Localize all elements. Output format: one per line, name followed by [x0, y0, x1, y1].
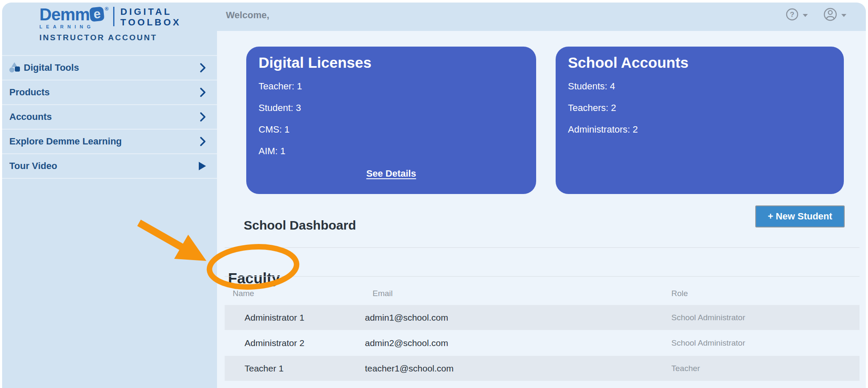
- sidebar-item-label: Products: [9, 87, 50, 98]
- sidebar-item-tour-video[interactable]: Tour Video: [2, 153, 217, 179]
- card-title: Digital Licenses: [259, 54, 371, 71]
- app-window: Demme® LEARNING DIGITAL TOOLBOX INSTRUCT…: [2, 3, 866, 388]
- column-header-email: Email: [373, 289, 671, 298]
- card-title: School Accounts: [568, 54, 689, 71]
- demme-e-mark: e: [89, 6, 105, 22]
- caret-down-icon: [841, 14, 846, 17]
- digital-tools-icon: [9, 63, 21, 73]
- sidebar-nav: Digital Tools Products Accounts Explore …: [2, 55, 217, 179]
- demme-wordmark: Demme® LEARNING: [39, 6, 108, 29]
- logo-divider: [113, 7, 114, 26]
- account-stat: Students: 4: [568, 81, 615, 92]
- license-stat: AIM: 1: [259, 146, 286, 157]
- account-icon: [822, 6, 838, 24]
- cell-name: Administrator 1: [245, 313, 365, 323]
- welcome-text: Welcome,: [226, 10, 269, 21]
- learning-text: LEARNING: [39, 24, 108, 29]
- column-header-role: Role: [671, 289, 860, 298]
- product-line-2: TOOLBOX: [120, 17, 181, 28]
- chevron-right-icon: [198, 111, 207, 125]
- account-stat: Teachers: 2: [568, 103, 616, 114]
- account-stat: Administrators: 2: [568, 124, 638, 135]
- new-student-button[interactable]: + New Student: [755, 205, 845, 227]
- table-row: Administrator 2 admin2@school.com School…: [225, 330, 860, 355]
- sidebar-item-label: Digital Tools: [24, 62, 79, 73]
- cell-email: admin1@school.com: [365, 313, 671, 323]
- sidebar-item-label: Tour Video: [9, 161, 57, 172]
- faculty-title: Faculty: [228, 270, 280, 287]
- column-header-name: Name: [233, 289, 373, 298]
- sidebar-item-accounts[interactable]: Accounts: [2, 104, 217, 129]
- product-name: DIGITAL TOOLBOX: [120, 6, 181, 28]
- chevron-right-icon: [198, 86, 207, 100]
- main-content: Digital Licenses Teacher: 1 Student: 3 C…: [217, 31, 866, 388]
- card-school-accounts: School Accounts Students: 4 Teachers: 2 …: [556, 47, 844, 194]
- product-line-1: DIGITAL: [120, 6, 181, 17]
- sidebar-item-explore-demme-learning[interactable]: Explore Demme Learning: [2, 129, 217, 153]
- table-row: Teacher 1 teacher1@school.com Teacher: [225, 356, 860, 381]
- sidebar-item-label: Accounts: [9, 111, 52, 122]
- cell-name: Teacher 1: [245, 363, 365, 374]
- wordmark-text: Demm: [39, 6, 89, 23]
- cell-role: School Administrator: [671, 338, 860, 348]
- sidebar: Demme® LEARNING DIGITAL TOOLBOX INSTRUCT…: [2, 3, 217, 388]
- cell-email: teacher1@school.com: [365, 363, 671, 374]
- cell-role: Teacher: [671, 364, 860, 373]
- play-icon: [199, 162, 206, 170]
- chevron-right-icon: [198, 136, 207, 149]
- topbar-icons: ?: [785, 6, 846, 24]
- brand-logo-row: Demme® LEARNING DIGITAL TOOLBOX: [39, 6, 181, 29]
- caret-down-icon: [803, 14, 808, 17]
- account-menu[interactable]: [822, 6, 846, 24]
- license-stat: CMS: 1: [259, 124, 289, 135]
- cell-name: Administrator 2: [245, 338, 365, 348]
- see-details-link[interactable]: See Details: [246, 168, 536, 179]
- license-stat: Teacher: 1: [259, 81, 302, 92]
- help-icon: ?: [785, 6, 800, 23]
- brand-logo: Demme® LEARNING DIGITAL TOOLBOX INSTRUCT…: [2, 3, 217, 55]
- table-row: Administrator 1 admin1@school.com School…: [225, 305, 860, 330]
- cell-role: School Administrator: [671, 313, 860, 322]
- help-menu[interactable]: ?: [785, 6, 808, 24]
- faculty-table-header: Name Email Role: [225, 285, 860, 302]
- license-stat: Student: 3: [259, 103, 301, 114]
- card-digital-licenses: Digital Licenses Teacher: 1 Student: 3 C…: [246, 47, 536, 194]
- sidebar-item-products[interactable]: Products: [2, 80, 217, 104]
- topbar: Welcome, ?: [217, 3, 866, 31]
- section-divider: [225, 247, 860, 248]
- sidebar-item-label: Explore Demme Learning: [9, 136, 122, 147]
- section-divider: [225, 276, 860, 277]
- page-title: School Dashboard: [244, 218, 356, 233]
- account-type-label: INSTRUCTOR ACCOUNT: [39, 33, 157, 42]
- svg-text:?: ?: [790, 11, 794, 19]
- chevron-right-icon: [198, 62, 207, 75]
- registered-mark: ®: [105, 6, 108, 12]
- cell-email: admin2@school.com: [365, 338, 671, 348]
- sidebar-item-digital-tools[interactable]: Digital Tools: [2, 55, 217, 80]
